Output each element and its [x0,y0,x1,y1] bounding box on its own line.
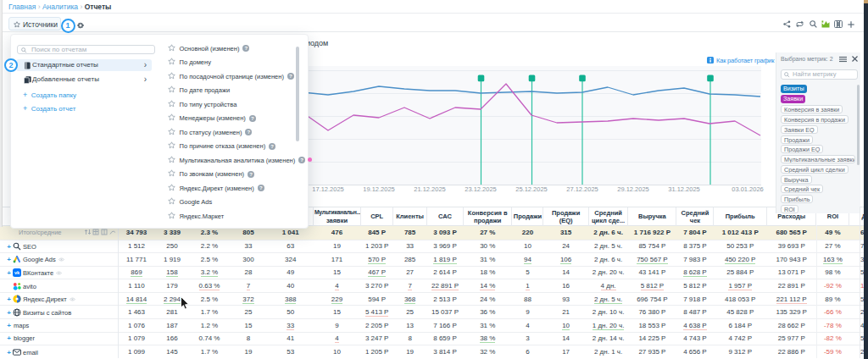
svg-text:vk: vk [14,270,20,275]
